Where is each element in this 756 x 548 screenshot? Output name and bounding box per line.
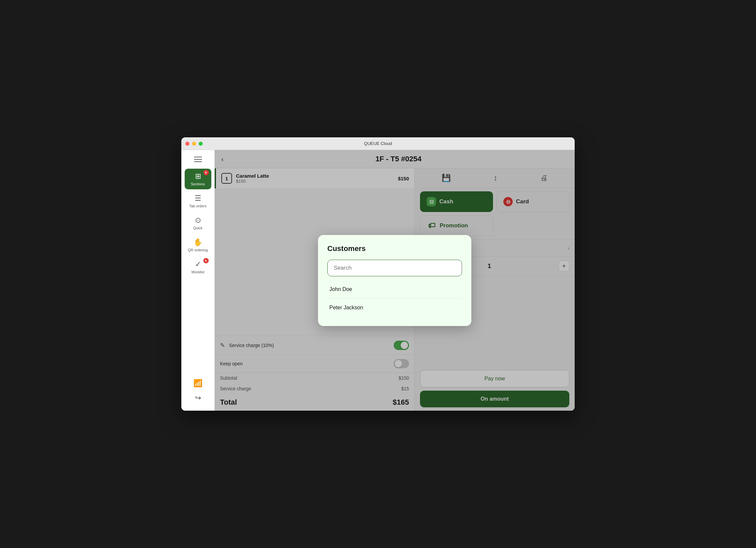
hamburger-line [194, 159, 202, 160]
app-window: QUEUE Cloud 9 ⊞ Sections ☰ Tab orders ⊙ … [181, 137, 575, 411]
search-input-wrapper[interactable] [327, 260, 462, 276]
sidebar-item-qr-ordering[interactable]: ✋ QR ordering [185, 235, 211, 255]
tab-orders-icon: ☰ [195, 194, 201, 203]
customer-list-item[interactable]: Peter Jackson [327, 299, 462, 317]
customer-search-input[interactable] [334, 265, 456, 271]
logout-icon[interactable]: ↪ [192, 392, 204, 404]
fullscreen-button[interactable] [199, 142, 203, 146]
customer-list: John Doe Peter Jackson [327, 280, 462, 317]
sidebar-bottom: 📶 ↪ [192, 377, 204, 407]
app-body: 9 ⊞ Sections ☰ Tab orders ⊙ Quick ✋ QR o… [181, 150, 575, 411]
hamburger-line [194, 161, 202, 162]
worklist-icon: ✓ [195, 260, 201, 269]
wifi-icon[interactable]: 📶 [192, 377, 204, 389]
qr-ordering-label: QR ordering [188, 248, 208, 252]
window-title: QUEUE Cloud [364, 141, 392, 146]
sidebar-item-sections[interactable]: 9 ⊞ Sections [185, 169, 211, 189]
sidebar-item-quick[interactable]: ⊙ Quick [185, 213, 211, 233]
worklist-label: Worklist [191, 270, 204, 274]
quick-icon: ⊙ [195, 216, 201, 225]
close-button[interactable] [185, 142, 189, 146]
worklist-badge: 9 [203, 258, 209, 263]
modal-title: Customers [327, 244, 462, 253]
customers-modal: Customers John Doe Peter Jackson [318, 235, 471, 326]
sections-badge: 9 [203, 170, 209, 175]
qr-ordering-icon: ✋ [193, 238, 202, 247]
tab-orders-label: Tab orders [189, 204, 207, 208]
hamburger-line [194, 157, 202, 157]
sections-label: Sections [191, 182, 205, 186]
hamburger-menu[interactable] [192, 153, 204, 165]
minimize-button[interactable] [192, 142, 196, 146]
title-bar: QUEUE Cloud [181, 137, 575, 150]
sidebar-item-tab-orders[interactable]: ☰ Tab orders [185, 191, 211, 211]
sidebar: 9 ⊞ Sections ☰ Tab orders ⊙ Quick ✋ QR o… [181, 150, 215, 411]
sections-icon: ⊞ [195, 172, 201, 181]
customer-list-item[interactable]: John Doe [327, 280, 462, 299]
modal-overlay[interactable]: Customers John Doe Peter Jackson [215, 150, 575, 411]
main-content: ‹ 1F - T5 #0254 1 Caramel Latte $150 [215, 150, 575, 411]
quick-label: Quick [193, 226, 202, 230]
sidebar-item-worklist[interactable]: 9 ✓ Worklist [185, 257, 211, 277]
traffic-lights [185, 142, 203, 146]
